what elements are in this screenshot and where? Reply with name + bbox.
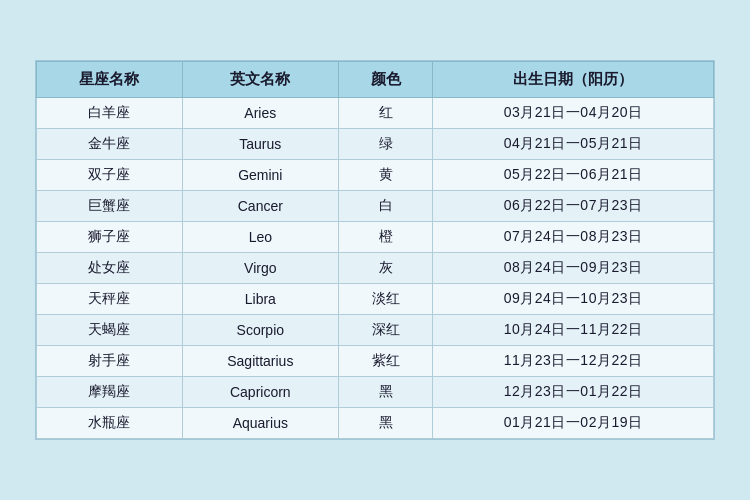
zodiac-table-container: 星座名称 英文名称 颜色 出生日期（阳历） 白羊座Aries红03月21日一04… <box>35 60 715 440</box>
cell-chinese-name: 白羊座 <box>37 98 183 129</box>
cell-english-name: Virgo <box>182 253 338 284</box>
table-row: 射手座Sagittarius紫红11月23日一12月22日 <box>37 346 714 377</box>
cell-color: 黑 <box>338 377 432 408</box>
table-row: 双子座Gemini黄05月22日一06月21日 <box>37 160 714 191</box>
header-birth-date: 出生日期（阳历） <box>433 62 714 98</box>
table-row: 白羊座Aries红03月21日一04月20日 <box>37 98 714 129</box>
cell-chinese-name: 射手座 <box>37 346 183 377</box>
cell-english-name: Leo <box>182 222 338 253</box>
cell-dates: 06月22日一07月23日 <box>433 191 714 222</box>
table-row: 摩羯座Capricorn黑12月23日一01月22日 <box>37 377 714 408</box>
header-english-name: 英文名称 <box>182 62 338 98</box>
table-row: 狮子座Leo橙07月24日一08月23日 <box>37 222 714 253</box>
cell-color: 深红 <box>338 315 432 346</box>
cell-color: 灰 <box>338 253 432 284</box>
table-row: 金牛座Taurus绿04月21日一05月21日 <box>37 129 714 160</box>
cell-chinese-name: 天蝎座 <box>37 315 183 346</box>
cell-chinese-name: 天秤座 <box>37 284 183 315</box>
cell-color: 淡红 <box>338 284 432 315</box>
cell-dates: 05月22日一06月21日 <box>433 160 714 191</box>
table-row: 水瓶座Aquarius黑01月21日一02月19日 <box>37 408 714 439</box>
cell-chinese-name: 狮子座 <box>37 222 183 253</box>
table-row: 巨蟹座Cancer白06月22日一07月23日 <box>37 191 714 222</box>
cell-english-name: Gemini <box>182 160 338 191</box>
cell-english-name: Sagittarius <box>182 346 338 377</box>
cell-dates: 11月23日一12月22日 <box>433 346 714 377</box>
cell-english-name: Aries <box>182 98 338 129</box>
cell-color: 黑 <box>338 408 432 439</box>
cell-color: 紫红 <box>338 346 432 377</box>
cell-color: 黄 <box>338 160 432 191</box>
table-row: 处女座Virgo灰08月24日一09月23日 <box>37 253 714 284</box>
cell-dates: 07月24日一08月23日 <box>433 222 714 253</box>
cell-dates: 08月24日一09月23日 <box>433 253 714 284</box>
cell-dates: 10月24日一11月22日 <box>433 315 714 346</box>
cell-dates: 12月23日一01月22日 <box>433 377 714 408</box>
cell-english-name: Cancer <box>182 191 338 222</box>
table-header-row: 星座名称 英文名称 颜色 出生日期（阳历） <box>37 62 714 98</box>
cell-chinese-name: 金牛座 <box>37 129 183 160</box>
cell-english-name: Aquarius <box>182 408 338 439</box>
zodiac-table: 星座名称 英文名称 颜色 出生日期（阳历） 白羊座Aries红03月21日一04… <box>36 61 714 439</box>
cell-english-name: Taurus <box>182 129 338 160</box>
cell-english-name: Libra <box>182 284 338 315</box>
header-color: 颜色 <box>338 62 432 98</box>
cell-color: 橙 <box>338 222 432 253</box>
cell-dates: 09月24日一10月23日 <box>433 284 714 315</box>
cell-dates: 04月21日一05月21日 <box>433 129 714 160</box>
cell-dates: 01月21日一02月19日 <box>433 408 714 439</box>
table-row: 天秤座Libra淡红09月24日一10月23日 <box>37 284 714 315</box>
cell-dates: 03月21日一04月20日 <box>433 98 714 129</box>
cell-english-name: Scorpio <box>182 315 338 346</box>
table-row: 天蝎座Scorpio深红10月24日一11月22日 <box>37 315 714 346</box>
cell-color: 绿 <box>338 129 432 160</box>
cell-chinese-name: 处女座 <box>37 253 183 284</box>
cell-english-name: Capricorn <box>182 377 338 408</box>
cell-chinese-name: 双子座 <box>37 160 183 191</box>
cell-color: 红 <box>338 98 432 129</box>
cell-chinese-name: 摩羯座 <box>37 377 183 408</box>
header-chinese-name: 星座名称 <box>37 62 183 98</box>
cell-color: 白 <box>338 191 432 222</box>
cell-chinese-name: 水瓶座 <box>37 408 183 439</box>
cell-chinese-name: 巨蟹座 <box>37 191 183 222</box>
